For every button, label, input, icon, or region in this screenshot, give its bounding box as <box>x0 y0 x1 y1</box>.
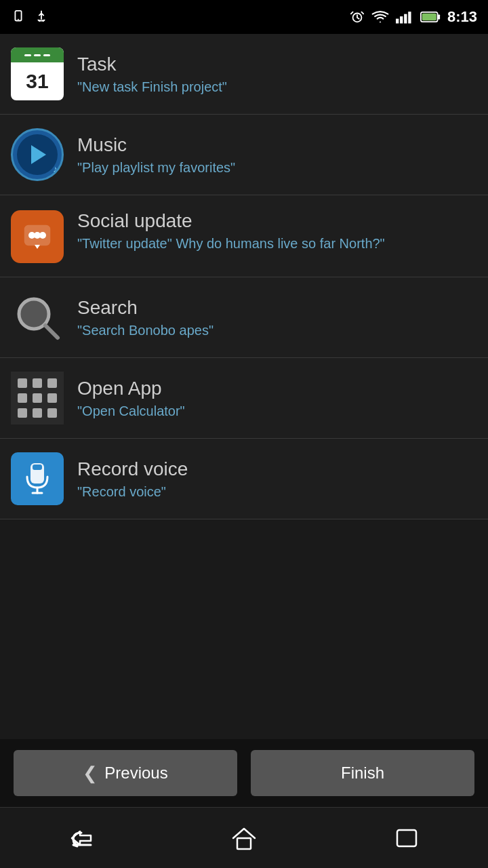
wifi-icon <box>371 9 389 24</box>
task-title: Task <box>77 54 477 75</box>
svg-point-2 <box>39 20 41 22</box>
grid-dots <box>18 378 57 418</box>
svg-rect-7 <box>404 14 407 24</box>
status-icons-left <box>11 9 49 24</box>
list-item-task[interactable]: 31 Task "New task Finish project" <box>0 34 488 115</box>
svg-line-21 <box>45 326 58 338</box>
dot <box>47 393 57 403</box>
svg-rect-26 <box>237 838 251 849</box>
main-content: 31 Task "New task Finish project" ♪ Musi… <box>0 34 488 739</box>
open-app-subtitle: "Open Calculator" <box>77 403 477 419</box>
battery-icon <box>420 9 441 24</box>
social-title: Social update <box>77 210 477 232</box>
search-icon <box>11 291 64 344</box>
record-voice-subtitle: "Record voice" <box>77 484 477 500</box>
status-icons-right: 8:13 <box>350 8 477 26</box>
record-voice-title: Record voice <box>77 458 477 480</box>
dot <box>33 408 42 418</box>
dot <box>18 378 27 388</box>
social-text: Social update "Twitter update" Why do hu… <box>77 210 477 252</box>
device-icon <box>11 9 26 24</box>
task-text: Task "New task Finish project" <box>77 54 477 95</box>
chevron-left-icon: ❮ <box>83 763 98 784</box>
status-bar: 8:13 <box>0 0 488 34</box>
svg-point-19 <box>34 232 41 239</box>
recents-button[interactable] <box>380 818 434 859</box>
svg-rect-11 <box>422 14 436 21</box>
previous-button[interactable]: ❮ Previous <box>14 750 237 796</box>
music-icon: ♪ <box>11 128 64 181</box>
dot <box>47 408 57 418</box>
svg-rect-5 <box>396 19 399 24</box>
svg-rect-10 <box>438 14 441 19</box>
svg-point-1 <box>18 19 19 20</box>
recents-icon <box>394 827 419 849</box>
previous-label: Previous <box>104 764 167 783</box>
music-inner <box>17 134 58 175</box>
signal-icon <box>396 9 413 24</box>
dot <box>33 378 42 388</box>
social-subtitle: "Twitter update" Why do humans live so f… <box>77 236 477 252</box>
social-icon <box>11 210 64 263</box>
music-subtitle: "Play playlist my favorites" <box>77 160 477 176</box>
record-voice-icon <box>11 452 64 505</box>
list-item-social-update[interactable]: Social update "Twitter update" Why do hu… <box>0 195 488 277</box>
back-button[interactable] <box>54 818 108 859</box>
dot <box>47 378 57 388</box>
back-icon <box>66 827 96 849</box>
home-button[interactable] <box>217 818 271 859</box>
open-app-text: Open App "Open Calculator" <box>77 378 477 419</box>
list-item-search[interactable]: Search "Search Bonobo apes" <box>0 277 488 358</box>
svg-rect-6 <box>400 16 403 23</box>
open-app-icon <box>11 372 64 425</box>
list-item-open-app[interactable]: Open App "Open Calculator" <box>0 358 488 439</box>
bottom-nav <box>0 807 488 868</box>
list-item-record-voice[interactable]: Record voice "Record voice" <box>0 439 488 519</box>
play-triangle <box>31 145 46 164</box>
home-icon <box>230 826 258 850</box>
finish-button[interactable]: Finish <box>251 750 474 796</box>
svg-rect-23 <box>33 465 42 470</box>
usb-icon <box>34 9 49 24</box>
task-icon: 31 <box>11 47 64 100</box>
dot <box>18 408 27 418</box>
open-app-title: Open App <box>77 378 477 399</box>
music-text: Music "Play playlist my favorites" <box>77 134 477 176</box>
alarm-icon <box>350 9 365 24</box>
search-title: Search <box>77 297 477 319</box>
music-title: Music <box>77 134 477 156</box>
list-item-music[interactable]: ♪ Music "Play playlist my favorites" <box>0 115 488 195</box>
svg-rect-8 <box>408 12 411 23</box>
task-subtitle: "New task Finish project" <box>77 79 477 95</box>
record-voice-text: Record voice "Record voice" <box>77 458 477 500</box>
search-subtitle: "Search Bonobo apes" <box>77 323 477 338</box>
search-text: Search "Search Bonobo apes" <box>77 297 477 338</box>
svg-point-3 <box>42 20 44 22</box>
svg-rect-27 <box>397 830 416 846</box>
dot <box>33 393 42 403</box>
finish-label: Finish <box>341 764 384 783</box>
status-time: 8:13 <box>447 8 477 26</box>
dot <box>18 393 27 403</box>
action-buttons-bar: ❮ Previous Finish <box>0 739 488 807</box>
calendar-number: 31 <box>11 62 64 100</box>
